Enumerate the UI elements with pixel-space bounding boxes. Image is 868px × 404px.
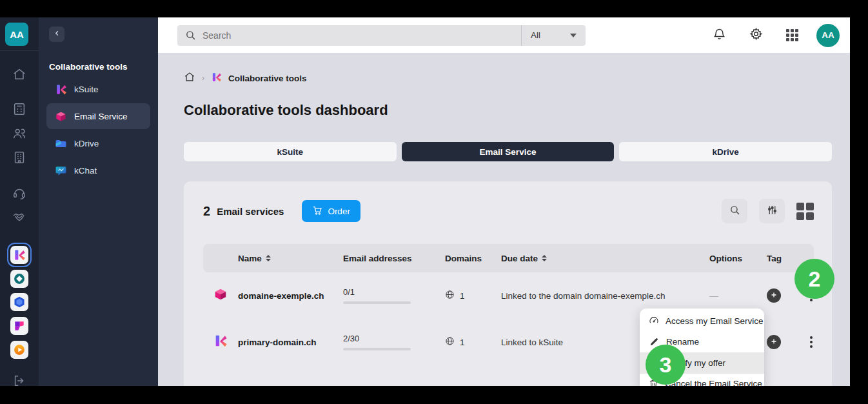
globe-icon	[445, 336, 455, 348]
sidebar-nav: kSuite Email Service kDrive	[46, 76, 150, 183]
home-icon[interactable]	[0, 67, 39, 81]
row-actions-kebab-button[interactable]	[805, 333, 817, 351]
plus-icon	[770, 290, 778, 301]
left-icon-rail: AA	[0, 17, 39, 386]
sort-icon[interactable]	[266, 255, 271, 261]
sidebar-item-label: kChat	[74, 166, 97, 176]
kchat-bubble-icon	[54, 164, 67, 177]
search-icon	[185, 30, 196, 41]
email-addresses-usage: 0/1	[343, 287, 411, 304]
order-button[interactable]: Order	[302, 200, 360, 222]
ksuite-k-icon	[211, 72, 222, 85]
column-header-due-date[interactable]: Due date	[501, 254, 709, 263]
table-search-button[interactable]	[722, 199, 747, 223]
support-headset-icon[interactable]	[0, 187, 39, 201]
usage-progress-track	[343, 348, 411, 350]
bell-icon[interactable]	[713, 27, 726, 43]
gauge-icon	[649, 316, 659, 326]
sidebar-item-kchat[interactable]: kChat	[46, 157, 150, 183]
step-badge-3: 3	[646, 345, 686, 385]
card-header: 2 Email services Order	[203, 199, 814, 223]
service-count-label: Email services	[217, 206, 284, 217]
hexagon-app-icon[interactable]	[10, 293, 28, 311]
domains-cell: 1	[445, 290, 501, 301]
card-toolbar	[722, 199, 814, 223]
service-count: 2	[203, 204, 210, 219]
topbar-icons	[713, 27, 798, 43]
search-scope-value: All	[531, 30, 540, 40]
email-service-cube-icon	[54, 110, 67, 123]
cart-icon	[312, 205, 322, 217]
ksuite-k-icon	[54, 83, 67, 96]
domains-cell: 1	[445, 336, 501, 348]
product-tabs: kSuite Email Service kDrive	[184, 142, 832, 161]
breadcrumb: › Collaborative tools	[184, 71, 832, 85]
screenshot-stage: AA	[0, 0, 868, 404]
search-input[interactable]	[202, 30, 521, 41]
add-tag-button[interactable]	[767, 288, 781, 303]
diamond-app-icon[interactable]	[10, 270, 28, 288]
ksuite-app-icon[interactable]	[10, 246, 28, 264]
sidebar-collapse-button[interactable]	[49, 26, 64, 42]
breadcrumb-separator: ›	[202, 74, 204, 83]
account-logo[interactable]: AA	[5, 23, 28, 46]
top-bar: All AA	[158, 17, 850, 53]
tag-cell	[767, 335, 805, 349]
apps-grid-icon[interactable]	[786, 29, 798, 41]
chevron-down-icon	[570, 34, 577, 37]
browser-viewport: AA	[0, 17, 850, 386]
logout-icon[interactable]	[0, 374, 39, 386]
user-avatar[interactable]: AA	[816, 24, 840, 47]
media-play-app-icon[interactable]	[10, 341, 28, 359]
usage-progress-track	[343, 301, 411, 304]
menu-item-access-email-service[interactable]: Access my Email Service	[640, 310, 764, 332]
sidebar-item-label: kDrive	[74, 139, 99, 148]
home-icon[interactable]	[184, 71, 195, 85]
sidebar-item-email-service[interactable]: Email Service	[46, 103, 150, 129]
page-title: Collaborative tools dashboard	[184, 102, 832, 119]
column-header-email-addresses: Email addresses	[343, 254, 445, 263]
service-name[interactable]: primary-domain.ch	[238, 338, 343, 347]
column-header-options: Options	[709, 254, 767, 263]
billing-icon[interactable]	[0, 102, 39, 116]
filter-sliders-button[interactable]	[759, 199, 785, 223]
step-badge-2: 2	[794, 259, 834, 299]
sidebar-item-label: kSuite	[74, 85, 99, 94]
partner-handshake-icon[interactable]	[0, 210, 39, 225]
email-addresses-usage: 2/30	[343, 334, 411, 350]
tab-ksuite[interactable]: kSuite	[184, 142, 397, 161]
filter-sliders-icon	[767, 205, 778, 218]
sidebar-panel: Collaborative tools kSuite Email Service	[39, 17, 158, 386]
rail-divider	[0, 50, 39, 51]
kchat-app-icon[interactable]	[10, 317, 28, 335]
users-icon[interactable]	[0, 126, 39, 141]
add-tag-button[interactable]	[767, 335, 781, 349]
order-button-label: Order	[328, 207, 350, 216]
service-name[interactable]: domaine-exemple.ch	[238, 291, 343, 301]
building-icon[interactable]	[0, 150, 39, 165]
column-header-domains: Domains	[445, 254, 501, 263]
plus-icon	[770, 336, 778, 348]
global-search: All	[177, 25, 586, 46]
table-header-row: Name Email addresses Domains Due date Op…	[203, 244, 814, 272]
chevron-left-icon	[54, 30, 61, 39]
search-icon	[729, 205, 740, 218]
globe-icon	[445, 290, 455, 301]
email-service-cube-icon	[213, 287, 238, 304]
sidebar-item-kdrive[interactable]: kDrive	[46, 130, 150, 156]
tab-email-service[interactable]: Email Service	[402, 142, 615, 161]
ksuite-k-icon	[213, 334, 238, 350]
sidebar-section-title: Collaborative tools	[49, 62, 128, 72]
search-scope-dropdown[interactable]: All	[521, 25, 586, 46]
kdrive-folder-icon	[54, 137, 67, 150]
tab-kdrive[interactable]: kDrive	[619, 142, 832, 161]
column-header-tag: Tag	[767, 254, 805, 263]
gear-icon[interactable]	[749, 27, 763, 43]
column-header-name[interactable]: Name	[238, 254, 343, 263]
options-cell: —	[709, 291, 767, 301]
breadcrumb-current[interactable]: Collaborative tools	[228, 74, 307, 83]
sidebar-item-ksuite[interactable]: kSuite	[46, 76, 150, 102]
sort-icon[interactable]	[542, 255, 547, 261]
due-date-cell: Linked to the domain domaine-exemple.ch	[501, 291, 709, 301]
grid-view-button[interactable]	[796, 203, 814, 220]
